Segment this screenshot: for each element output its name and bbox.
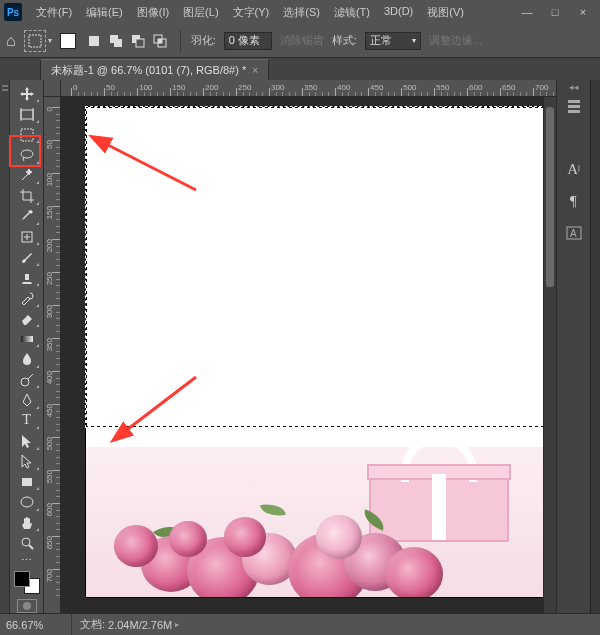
brush-tool[interactable] [14,247,40,266]
menu-3d[interactable]: 3D(D) [378,3,419,22]
character-panel-icon[interactable]: A| [563,158,585,180]
menu-file[interactable]: 文件(F) [30,3,78,22]
options-bar: ⌂ ▾ 羽化: 消除锯齿 样式: 正常 ▾ 调整边缘... [0,24,600,58]
eraser-tool[interactable] [14,309,40,328]
selection-mode-group [84,31,170,51]
direct-select-tool[interactable] [14,452,40,471]
scrollbar-vertical[interactable] [543,97,556,613]
right-panel-strip: ◂◂ A| ¶ A [556,80,590,613]
document-area: 0501001502002503003504004505005506006507… [44,80,556,613]
svg-point-18 [21,378,29,386]
svg-point-13 [21,150,33,158]
document-tab-title: 未标题-1 @ 66.7% (0101 (7), RGB/8#) * [51,63,246,78]
canvas-viewport[interactable] [61,97,543,613]
chevron-right-icon: ▸ [175,620,179,629]
document-size[interactable]: 文档: 2.04M/2.76M ▸ [72,617,187,632]
tool-preset-picker[interactable] [24,30,46,52]
artboard-tool[interactable] [14,104,40,123]
blur-tool[interactable] [14,349,40,368]
feather-input[interactable] [224,32,272,50]
style-value: 正常 [370,33,392,48]
svg-rect-20 [22,478,32,486]
ellipse-shape-tool[interactable] [14,492,40,511]
svg-rect-3 [114,39,122,47]
menu-type[interactable]: 文字(Y) [227,3,276,22]
close-icon[interactable]: × [252,65,258,76]
ruler-horizontal[interactable]: 0501001502002503003504004505005506006507… [61,80,556,97]
chevron-down-icon: ▾ [412,36,416,45]
type-tool[interactable]: T [14,411,40,430]
rectangle-shape-tool[interactable] [14,472,40,491]
menu-filter[interactable]: 滤镜(T) [328,3,376,22]
history-brush-tool[interactable] [14,288,40,307]
doc-size-label: 文档: [80,617,105,632]
menu-bar: 文件(F) 编辑(E) 图像(I) 图层(L) 文字(Y) 选择(S) 滤镜(T… [30,3,470,22]
tool-palette: T ⋯ [10,80,44,613]
style-label: 样式: [332,33,357,48]
doc-size-value: 2.04M/2.76M [108,619,172,631]
maximize-button[interactable]: □ [548,5,562,19]
dodge-tool[interactable] [14,370,40,389]
zoom-level[interactable]: 66.67% [0,614,72,635]
svg-text:A: A [570,228,577,239]
svg-rect-9 [21,110,33,119]
panel-strip-left[interactable] [0,80,10,613]
move-tool[interactable] [14,84,40,103]
ruler-corner [44,80,61,97]
gradient-tool[interactable] [14,329,40,348]
document-canvas[interactable] [86,107,543,597]
menu-view[interactable]: 视图(V) [421,3,470,22]
pen-tool[interactable] [14,390,40,409]
glyphs-panel-icon[interactable]: A [563,222,585,244]
home-icon[interactable]: ⌂ [6,32,16,50]
minimize-button[interactable]: — [520,5,534,19]
svg-line-19 [28,374,33,379]
divider [180,30,181,52]
svg-rect-8 [158,39,162,43]
svg-rect-5 [136,39,144,47]
menu-layer[interactable]: 图层(L) [177,3,224,22]
crop-tool[interactable] [14,186,40,205]
selection-intersect-icon[interactable] [150,31,170,51]
hand-tool[interactable] [14,513,40,532]
feather-label: 羽化: [191,33,216,48]
paragraph-panel-icon[interactable]: ¶ [563,190,585,212]
scrollbar-thumb[interactable] [546,107,554,287]
document-tab[interactable]: 未标题-1 @ 66.7% (0101 (7), RGB/8#) * × [40,59,269,80]
selection-subtract-icon[interactable] [128,31,148,51]
app-logo: Ps [4,3,22,21]
menu-edit[interactable]: 编辑(E) [80,3,129,22]
menu-select[interactable]: 选择(S) [277,3,326,22]
lasso-tool[interactable] [14,145,40,164]
magic-wand-tool[interactable] [14,166,40,185]
marquee-tool[interactable] [14,125,40,144]
svg-point-21 [21,497,33,507]
spot-heal-tool[interactable] [14,227,40,246]
selection-add-icon[interactable] [106,31,126,51]
eyedropper-tool[interactable] [14,207,40,226]
zoom-tool[interactable] [14,533,40,552]
svg-rect-28 [568,110,580,113]
selection-new-icon[interactable] [84,31,104,51]
giftbox-graphic [369,472,509,542]
menu-image[interactable]: 图像(I) [131,3,175,22]
edge-strip [590,80,600,613]
main-area: T ⋯ 050100150200250300350400450500550600… [0,80,600,613]
chevron-down-icon[interactable]: ▾ [48,36,52,45]
edit-toolbar-button[interactable]: ⋯ [14,554,40,567]
quickmask-toggle[interactable] [17,599,37,613]
titlebar: Ps 文件(F) 编辑(E) 图像(I) 图层(L) 文字(Y) 选择(S) 滤… [0,0,600,24]
history-panel-icon[interactable] [563,96,585,118]
document-tab-strip: 未标题-1 @ 66.7% (0101 (7), RGB/8#) * × [0,58,600,80]
close-button[interactable]: × [576,5,590,19]
ruler-vertical[interactable]: 0501001502002503003504004505005506006507… [44,97,61,613]
image-content [86,447,543,597]
status-bar: 66.67% 文档: 2.04M/2.76M ▸ [0,613,600,635]
clone-stamp-tool[interactable] [14,268,40,287]
foreground-swatch-icon[interactable] [60,33,76,49]
fg-bg-swatch[interactable] [14,571,40,594]
style-select[interactable]: 正常 ▾ [365,32,421,50]
expand-panels-icon[interactable]: ◂◂ [559,82,588,92]
foreground-color-swatch[interactable] [14,571,30,587]
path-select-tool[interactable] [14,431,40,450]
